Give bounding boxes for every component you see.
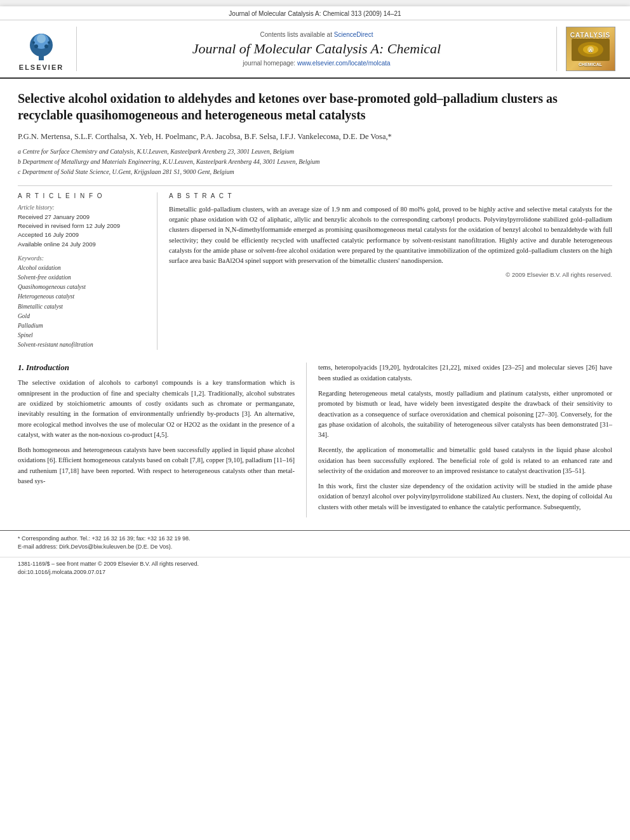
abstract-text: Bimetallic gold–palladium clusters, with… bbox=[169, 204, 612, 267]
article-history-group: Article history: Received 27 January 200… bbox=[18, 204, 145, 249]
keyword-4: Bimetallic catalyst bbox=[18, 302, 145, 312]
svg-point-5 bbox=[44, 44, 48, 48]
keyword-8: Solvent-resistant nanofiltration bbox=[18, 340, 145, 350]
abstract-col: A B S T R A C T Bimetallic gold–palladiu… bbox=[158, 192, 612, 350]
article-title: Selective alcohol oxidation to aldehydes… bbox=[18, 90, 612, 123]
article-info-header: A R T I C L E I N F O bbox=[18, 192, 145, 199]
revised-date: Received in revised form 12 July 2009 bbox=[18, 222, 145, 230]
catalysis-logo-title: CATALYSIS bbox=[570, 32, 610, 39]
keyword-6: Palladium bbox=[18, 321, 145, 331]
section1-title: 1. Introduction bbox=[18, 363, 295, 373]
svg-point-6 bbox=[32, 41, 35, 44]
keyword-2: Quasihomogeneous catalyst bbox=[18, 283, 145, 292]
corresponding-footnote: * Corresponding author. Tel.: +32 16 32 … bbox=[18, 535, 612, 543]
email-footnote: E-mail address: Dirk.DeVos@biw.kuleuven.… bbox=[18, 543, 612, 552]
article-header-content: Selective alcohol oxidation to aldehydes… bbox=[0, 79, 630, 363]
body-right-para-2: Recently, the application of monometalli… bbox=[318, 445, 612, 476]
svg-point-3 bbox=[37, 34, 46, 43]
footnotes-block: * Corresponding author. Tel.: +32 16 32 … bbox=[0, 530, 630, 557]
issn-line: 1381-1169/$ – see front matter © 2009 El… bbox=[18, 560, 199, 569]
sciencedirect-line: Contents lists available at ScienceDirec… bbox=[260, 31, 373, 38]
catalysis-logo: CATALYSIS A CHEMICAL bbox=[566, 27, 615, 71]
svg-point-4 bbox=[34, 44, 38, 48]
journal-citation-bar: Journal of Molecular Catalysis A: Chemic… bbox=[0, 6, 630, 20]
doi-line: doi:10.1016/j.molcata.2009.07.017 bbox=[18, 568, 199, 577]
history-label: Article history: bbox=[18, 204, 145, 211]
affiliations-block: a Centre for Surface Chemistry and Catal… bbox=[18, 147, 612, 177]
body-right-para-2-rest: , the application of monometallic and bi… bbox=[318, 446, 612, 474]
journal-title-block: Contents lists available at ScienceDirec… bbox=[76, 27, 557, 71]
recently-text: Recently bbox=[318, 446, 342, 453]
authors-line: P.G.N. Mertensa, S.L.F. Corthalsa, X. Ye… bbox=[18, 131, 612, 143]
body-right-para-3: In this work, first the cluster size dep… bbox=[318, 481, 612, 512]
homepage-url[interactable]: www.elsevier.com/locate/molcata bbox=[297, 60, 391, 67]
elsevier-wordmark: ELSEVIER bbox=[19, 63, 64, 71]
received-date: Received 27 January 2009 bbox=[18, 213, 145, 222]
journal-citation: Journal of Molecular Catalysis A: Chemic… bbox=[229, 10, 401, 17]
affiliation-a: a Centre for Surface Chemistry and Catal… bbox=[18, 147, 612, 156]
affiliation-c: c Department of Solid State Science, U.G… bbox=[18, 167, 612, 177]
journal-header: ELSEVIER Contents lists available at Sci… bbox=[0, 20, 630, 79]
body-para-1: Both homogeneous and heterogeneous catal… bbox=[18, 445, 295, 486]
homepage-label: journal homepage: bbox=[243, 60, 295, 67]
article-info-abstract-cols: A R T I C L E I N F O Article history: R… bbox=[18, 185, 612, 350]
elsevier-tree-icon bbox=[22, 27, 60, 62]
keyword-7: Spinel bbox=[18, 331, 145, 340]
keyword-1: Solvent-free oxidation bbox=[18, 273, 145, 283]
keywords-group: Keywords: Alcohol oxidation Solvent-free… bbox=[18, 255, 145, 350]
keyword-5: Gold bbox=[18, 312, 145, 321]
catalysis-logo-box: CATALYSIS A CHEMICAL bbox=[563, 27, 617, 71]
keyword-3: Heterogeneous catalyst bbox=[18, 292, 145, 302]
elsevier-logo-block: ELSEVIER bbox=[13, 27, 70, 71]
bottom-info-bar: 1381-1169/$ – see front matter © 2009 El… bbox=[0, 557, 630, 580]
body-right-para-0: tems, heteropolyacids [19,20], hydrotalc… bbox=[318, 363, 612, 383]
sciencedirect-link[interactable]: ScienceDirect bbox=[334, 31, 373, 38]
body-right-para-1: Regarding heterogeneous metal catalysts,… bbox=[318, 389, 612, 440]
accepted-date: Accepted 16 July 2009 bbox=[18, 230, 145, 239]
svg-point-7 bbox=[48, 41, 50, 44]
contents-label: Contents lists available at bbox=[260, 31, 332, 38]
body-content: 1. Introduction The selective oxidation … bbox=[0, 363, 630, 530]
keyword-0: Alcohol oxidation bbox=[18, 263, 145, 273]
body-right-col: tems, heteropolyacids [19,20], hydrotalc… bbox=[307, 363, 612, 517]
journal-homepage-line: journal homepage: www.elsevier.com/locat… bbox=[243, 60, 390, 67]
copyright-line: © 2009 Elsevier B.V. All rights reserved… bbox=[169, 271, 612, 278]
body-para-0: The selective oxidation of alcohols to c… bbox=[18, 378, 295, 440]
available-date: Available online 24 July 2009 bbox=[18, 240, 145, 249]
svg-text:A: A bbox=[589, 48, 593, 53]
article-page: Journal of Molecular Catalysis A: Chemic… bbox=[0, 6, 630, 840]
catalysis-logo-sub: CHEMICAL bbox=[579, 62, 602, 67]
affiliation-b: b Department of Metallurgy and Materials… bbox=[18, 157, 612, 166]
keywords-label: Keywords: bbox=[18, 255, 145, 262]
body-left-col: 1. Introduction The selective oxidation … bbox=[18, 363, 307, 517]
catalysis-logo-image: A bbox=[572, 39, 610, 61]
journal-main-title: Journal of Molecular Catalysis A: Chemic… bbox=[192, 41, 441, 57]
bottom-left-info: 1381-1169/$ – see front matter © 2009 El… bbox=[18, 560, 199, 577]
article-info-col: A R T I C L E I N F O Article history: R… bbox=[18, 192, 158, 350]
abstract-header: A B S T R A C T bbox=[169, 192, 612, 199]
